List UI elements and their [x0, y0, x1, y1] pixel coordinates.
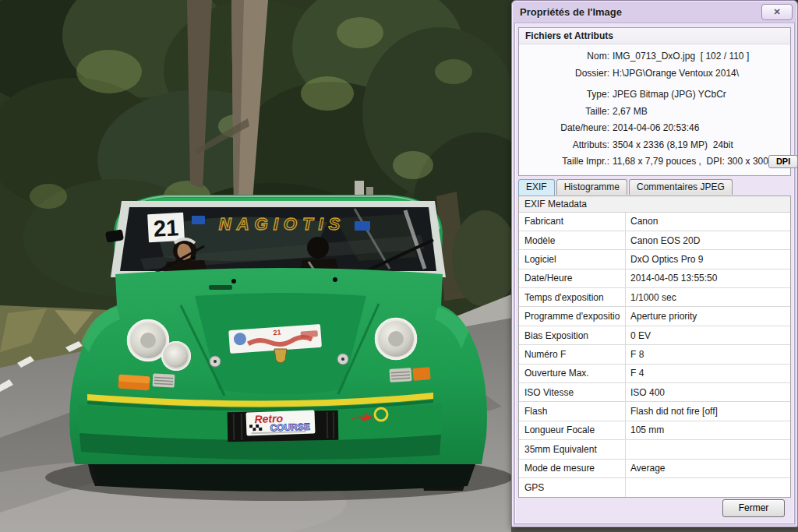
table-row: FlashFlash did not fire [off]	[519, 402, 790, 421]
screenshot: NAGIOTIS 21	[0, 0, 798, 532]
fermer-button[interactable]: Fermer	[722, 499, 785, 517]
file-attributes-header: Fichiers et Attributs	[519, 28, 790, 44]
field-date-heure: Date/heure: 2014-04-06 20:53:46	[524, 120, 784, 137]
rally-plate-number: 21	[273, 328, 281, 336]
file-attributes-group: Fichiers et Attributs Nom: IMG_0713_DxO.…	[518, 27, 791, 176]
image-properties-dialog: Propriétés de l'Image ✕ Fichiers et Attr…	[511, 0, 798, 527]
dialog-body: Fichiers et Attributs Nom: IMG_0713_DxO.…	[514, 23, 795, 524]
exif-table: FabricantCanon ModèleCanon EOS 20D Logic…	[519, 213, 790, 498]
race-car: NAGIOTIS 21	[69, 195, 487, 491]
table-row: ModèleCanon EOS 20D	[519, 231, 790, 250]
turn-signal-left	[118, 375, 150, 391]
horn-grille-right	[389, 368, 411, 382]
horn-grille-left	[153, 373, 175, 387]
table-row: LogicielDxO Optics Pro 9	[519, 250, 790, 269]
table-row: 35mm Equivalent	[519, 440, 790, 459]
taille-impr-value: 11,68 x 7,79 pouces , DPI: 300 x 300	[613, 153, 768, 171]
cowl-vent	[209, 285, 232, 290]
table-row: Programme d'expositioAperture priority	[519, 307, 790, 326]
headlight-right	[375, 318, 417, 360]
table-row: ISO VitesseISO 400	[519, 383, 790, 402]
field-taille-impr: Taille Impr.: 11,68 x 7,79 pouces , DPI:…	[524, 153, 784, 171]
front-plate: Retro COURSE	[246, 410, 316, 435]
turn-signal-right	[412, 367, 430, 381]
dialog-titlebar[interactable]: Propriétés de l'Image ✕	[512, 1, 797, 23]
dpi-button[interactable]: DPI	[768, 155, 798, 168]
sponsor-sticker-right	[355, 221, 370, 231]
close-icon: ✕	[773, 7, 780, 17]
field-dossier: Dossier: H:\JPG\Orange Ventoux 2014\	[524, 65, 784, 83]
exif-metadata-header: EXIF Metadata	[519, 196, 790, 213]
driving-light	[161, 341, 191, 371]
table-row: Date/Heure2014-04-05 13:55:50	[519, 270, 790, 288]
dialog-bottom-bar: Fermer	[515, 492, 794, 523]
tab-bar: EXIF Histogramme Commentaires JPEG	[518, 179, 791, 196]
race-number-card: 21	[147, 213, 185, 242]
table-row: Numéro FF 8	[519, 345, 790, 364]
table-row: FabricantCanon	[519, 213, 790, 231]
tab-exif[interactable]: EXIF	[518, 179, 555, 196]
front-valance	[92, 464, 475, 491]
race-number-text: 21	[153, 215, 179, 241]
table-row: Ouverture Max.F 4	[519, 365, 790, 383]
table-row: Bias Exposition0 EV	[519, 326, 790, 345]
field-taille: Taille: 2,67 MB	[524, 104, 784, 121]
exif-panel: EXIF Metadata FabricantCanon ModèleCanon…	[518, 196, 791, 499]
dialog-title: Propriétés de l'Image	[520, 6, 622, 18]
table-row: Longueur Focale105 mm	[519, 421, 790, 440]
sponsor-sticker-left	[192, 216, 205, 224]
file-fields: Nom: IMG_0713_DxO.jpg [ 102 / 110 ] Doss…	[519, 44, 790, 175]
field-nom: Nom: IMG_0713_DxO.jpg [ 102 / 110 ]	[524, 48, 784, 65]
windshield-banner-text: NAGIOTIS	[219, 214, 345, 234]
tab-commentaires-jpeg[interactable]: Commentaires JPEG	[629, 179, 733, 195]
field-type: Type: JPEG Bitmap (JPG) YCbCr	[524, 86, 784, 104]
tab-histogramme[interactable]: Histogramme	[556, 179, 627, 195]
close-button[interactable]: ✕	[761, 4, 793, 20]
table-row: Mode de mesureAverage	[519, 460, 790, 478]
field-attributs: Attributs: 3504 x 2336 (8,19 MP) 24bit	[524, 137, 784, 154]
table-row: Temps d'exposition1/1000 sec	[519, 288, 790, 307]
